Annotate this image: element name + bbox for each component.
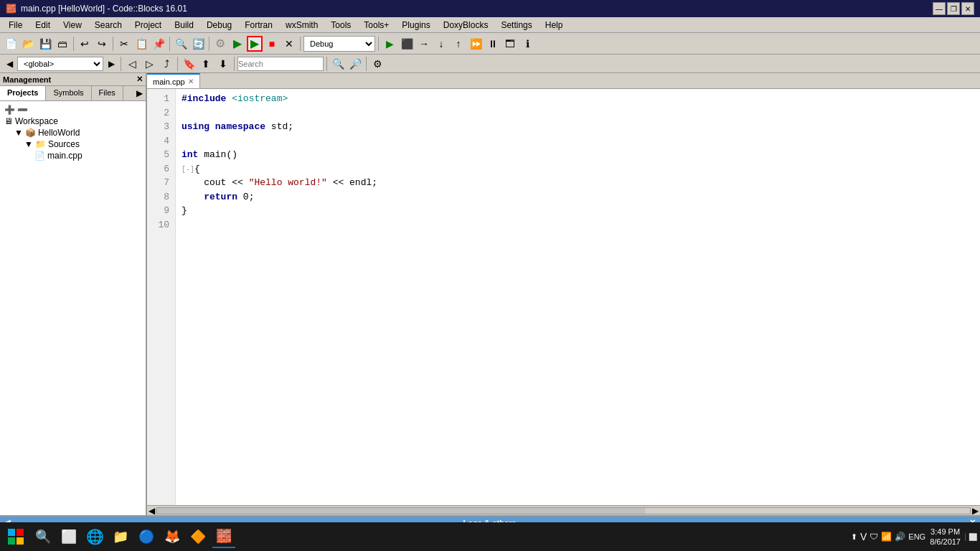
- nav-prev[interactable]: ◀: [3, 57, 16, 70]
- menu-edit[interactable]: Edit: [29, 19, 56, 32]
- code-nav-prev[interactable]: ◁: [124, 56, 140, 72]
- show-desktop[interactable]: ⬜: [965, 533, 977, 541]
- tray-network: 📶: [881, 532, 892, 542]
- left-panel: Management ✕ Projects Symbols Files ▶ ➕ …: [0, 73, 147, 515]
- save-all-btn[interactable]: 🗃: [55, 36, 70, 52]
- tray-antivirus: 🛡: [870, 532, 878, 542]
- debug-window-btn[interactable]: 🗔: [502, 36, 518, 52]
- cut-btn[interactable]: ✂: [116, 36, 132, 52]
- menu-settings[interactable]: Settings: [495, 19, 537, 32]
- zoom-in-btn[interactable]: 🔍: [330, 56, 346, 72]
- next-bookmark[interactable]: ⬇: [215, 56, 231, 72]
- open-btn[interactable]: 📂: [20, 36, 36, 52]
- build-btn[interactable]: ⚙: [212, 36, 228, 52]
- sep6: [378, 37, 379, 51]
- tab-projects[interactable]: Projects: [0, 86, 46, 100]
- tab-symbols[interactable]: Symbols: [46, 86, 91, 100]
- build-run-btn[interactable]: ▶: [247, 36, 263, 52]
- debug-mode-select[interactable]: Debug Release: [303, 36, 375, 52]
- sep-nav2: [177, 57, 178, 71]
- tray-volume[interactable]: 🔊: [895, 532, 905, 542]
- main-cpp-item[interactable]: 📄 main.cpp: [33, 150, 143, 161]
- debug-out-btn[interactable]: ↑: [451, 36, 466, 52]
- zoom-out-btn[interactable]: 🔎: [347, 56, 363, 72]
- sources-item[interactable]: ▼ 📁 Sources: [23, 138, 143, 150]
- undo-btn[interactable]: ↩: [77, 36, 93, 52]
- editor-tabs: main.cpp ✕: [147, 73, 980, 89]
- start-button[interactable]: [3, 524, 29, 550]
- prev-bookmark[interactable]: ⬆: [198, 56, 214, 72]
- bookmark-btn[interactable]: 🔖: [181, 56, 197, 72]
- code-nav-next[interactable]: ▷: [141, 56, 157, 72]
- horizontal-scrollbar[interactable]: ◀ ▶: [147, 505, 980, 515]
- taskbar-firefox[interactable]: 🦊: [161, 525, 184, 548]
- tab-close[interactable]: ✕: [188, 77, 194, 85]
- sources-folder-icon: 📁: [35, 139, 46, 149]
- debug-continue-btn[interactable]: ⏩: [468, 36, 484, 52]
- abort-btn[interactable]: ✕: [281, 36, 297, 52]
- minimize-button[interactable]: —: [933, 2, 946, 15]
- menu-tools[interactable]: Tools: [325, 19, 357, 32]
- code-editor[interactable]: #include <iostream> using namespace std;…: [176, 89, 980, 505]
- tab-files[interactable]: Files: [92, 86, 123, 100]
- file-icon: 📄: [34, 151, 45, 161]
- stop-btn[interactable]: ■: [264, 36, 280, 52]
- svg-rect-3: [17, 537, 24, 545]
- maximize-button[interactable]: ❐: [947, 2, 960, 15]
- find-btn[interactable]: 🔍: [173, 36, 189, 52]
- menu-view[interactable]: View: [57, 19, 88, 32]
- taskbar-search[interactable]: 🔍: [32, 525, 55, 548]
- menu-plugins[interactable]: Plugins: [396, 19, 435, 32]
- debug-next-btn[interactable]: →: [416, 36, 432, 52]
- editor-tab-main-cpp[interactable]: main.cpp ✕: [147, 73, 200, 88]
- taskbar-edge[interactable]: 🌐: [83, 525, 106, 548]
- tray-arrow[interactable]: ⬆: [851, 532, 857, 542]
- clock[interactable]: 3:49 PM 8/6/2017: [930, 527, 961, 547]
- workspace-item[interactable]: 🖥 Workspace: [3, 116, 143, 127]
- debug-stop-btn[interactable]: ⬛: [399, 36, 415, 52]
- tree-add-icon[interactable]: ➕: [4, 105, 15, 115]
- copy-btn[interactable]: 📋: [133, 36, 149, 52]
- taskbar-chrome[interactable]: 🔵: [135, 525, 158, 548]
- menu-toolsplus[interactable]: Tools+: [358, 19, 395, 32]
- nav-next[interactable]: ▶: [105, 57, 118, 70]
- debug-start-btn[interactable]: ▶: [382, 36, 397, 52]
- taskbar-brave[interactable]: 🔶: [187, 525, 209, 548]
- close-button[interactable]: ✕: [961, 2, 974, 15]
- menu-project[interactable]: Project: [129, 19, 167, 32]
- replace-btn[interactable]: 🔄: [190, 36, 206, 52]
- scroll-right-arrow[interactable]: ▶: [972, 506, 979, 516]
- redo-btn[interactable]: ↪: [94, 36, 110, 52]
- menu-wxsmith[interactable]: wxSmith: [280, 19, 324, 32]
- management-label: Management: [3, 75, 51, 84]
- project-label: HelloWorld: [38, 128, 80, 138]
- tree-remove-icon[interactable]: ➖: [17, 105, 28, 115]
- new-btn[interactable]: 📄: [3, 36, 19, 52]
- taskbar-taskview[interactable]: ⬜: [57, 525, 80, 548]
- menu-file[interactable]: File: [3, 19, 28, 32]
- menu-fortran[interactable]: Fortran: [239, 19, 278, 32]
- sep-nav1: [121, 57, 121, 71]
- tabs-scroll-right[interactable]: ▶: [133, 86, 146, 100]
- save-btn[interactable]: 💾: [37, 36, 53, 52]
- debug-step-btn[interactable]: ↓: [433, 36, 449, 52]
- jump-btn[interactable]: ⤴: [159, 56, 174, 72]
- menu-build[interactable]: Build: [169, 19, 199, 32]
- taskbar-explorer[interactable]: 📁: [109, 525, 132, 548]
- run-btn[interactable]: ▶: [230, 36, 245, 52]
- menu-debug[interactable]: Debug: [201, 19, 237, 32]
- search-input[interactable]: [237, 57, 324, 71]
- debug-info-btn[interactable]: ℹ: [519, 36, 535, 52]
- main-layout: Management ✕ Projects Symbols Files ▶ ➕ …: [0, 73, 980, 515]
- global-scope-select[interactable]: <global>: [17, 57, 103, 71]
- taskbar-codeblocks[interactable]: 🧱: [212, 525, 235, 548]
- paste-btn[interactable]: 📌: [151, 36, 166, 52]
- scroll-left-arrow[interactable]: ◀: [149, 506, 155, 516]
- project-item[interactable]: ▼ 📦 HelloWorld: [13, 127, 143, 138]
- debug-pause-btn[interactable]: ⏸: [485, 36, 501, 52]
- settings-btn[interactable]: ⚙: [369, 56, 385, 72]
- management-close[interactable]: ✕: [136, 75, 143, 84]
- menu-doxyblocks[interactable]: DoxyBlocks: [438, 19, 494, 32]
- menu-search[interactable]: Search: [89, 19, 128, 32]
- menu-help[interactable]: Help: [540, 19, 569, 32]
